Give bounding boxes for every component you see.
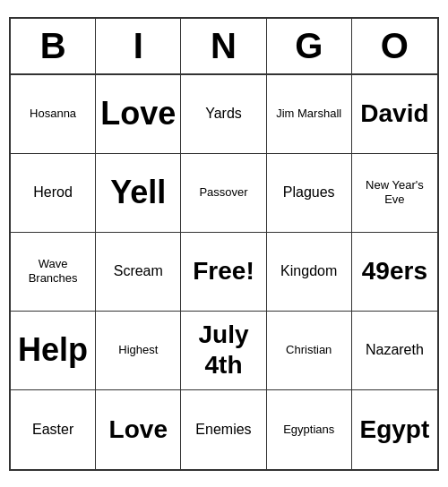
bingo-grid: HosannaLoveYardsJim MarshallDavidHerodYe…	[11, 75, 437, 469]
bingo-cell: Free!	[181, 233, 266, 312]
cell-text: Easter	[32, 421, 73, 438]
cell-text: July 4th	[185, 320, 262, 380]
bingo-cell: Highest	[96, 312, 181, 390]
header-letter: B	[11, 19, 96, 73]
header-letter: O	[352, 19, 437, 73]
cell-text: Herod	[33, 184, 73, 201]
cell-text: Passover	[199, 185, 247, 200]
bingo-cell: Yards	[181, 75, 266, 154]
bingo-cell: 49ers	[352, 233, 437, 312]
cell-text: Hosanna	[30, 107, 76, 121]
bingo-cell: Egypt	[352, 390, 437, 469]
bingo-cell: Yell	[96, 154, 181, 233]
cell-text: Yards	[205, 105, 242, 122]
cell-text: Jim Marshall	[276, 107, 341, 121]
cell-text: Christian	[286, 343, 332, 357]
bingo-cell: Wave Branches	[11, 233, 96, 312]
cell-text: Nazareth	[366, 341, 424, 358]
bingo-cell: Christian	[267, 312, 352, 390]
cell-text: Enemies	[195, 421, 251, 438]
cell-text: Help	[18, 330, 88, 369]
bingo-cell: Herod	[11, 154, 96, 233]
bingo-cell: Enemies	[181, 390, 266, 469]
bingo-cell: Easter	[11, 390, 96, 469]
bingo-header: BINGO	[11, 19, 437, 75]
cell-text: Love	[109, 414, 168, 445]
header-letter: I	[96, 19, 181, 73]
bingo-cell: Plagues	[267, 154, 352, 233]
cell-text: Wave Branches	[14, 257, 91, 285]
cell-text: Egypt	[360, 414, 430, 445]
bingo-cell: Scream	[96, 233, 181, 312]
cell-text: Yell	[110, 173, 166, 211]
bingo-cell: David	[352, 75, 437, 154]
cell-text: Free!	[193, 256, 254, 286]
bingo-cell: Love	[96, 75, 181, 154]
cell-text: Kingdom	[280, 262, 337, 279]
cell-text: 49ers	[362, 256, 427, 286]
header-letter: G	[267, 19, 352, 73]
cell-text: Highest	[118, 343, 158, 357]
bingo-cell: Love	[96, 390, 181, 469]
bingo-cell: New Year's Eve	[352, 154, 437, 233]
bingo-cell: Kingdom	[267, 233, 352, 312]
cell-text: Plagues	[283, 184, 335, 201]
cell-text: New Year's Eve	[356, 178, 434, 206]
bingo-cell: Passover	[181, 154, 266, 233]
header-letter: N	[181, 19, 266, 73]
bingo-card: BINGO HosannaLoveYardsJim MarshallDavidH…	[9, 17, 439, 471]
cell-text: Egyptians	[283, 423, 334, 437]
bingo-cell: Jim Marshall	[267, 75, 352, 154]
bingo-cell: July 4th	[181, 312, 266, 390]
bingo-cell: Nazareth	[352, 312, 437, 390]
cell-text: Love	[100, 94, 176, 132]
bingo-cell: Hosanna	[11, 75, 96, 154]
bingo-cell: Egyptians	[267, 390, 352, 469]
bingo-cell: Help	[11, 312, 96, 390]
cell-text: Scream	[114, 262, 163, 279]
cell-text: David	[360, 98, 428, 129]
